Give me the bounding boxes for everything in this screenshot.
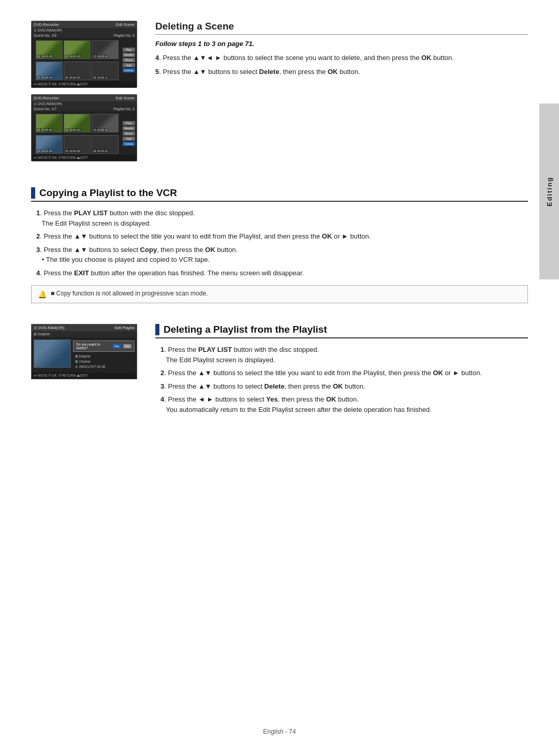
playlist-screenshot: ⊙ DVD-RAM(VR) Edit Playlist ⊠ Dolphin Do…	[31, 324, 140, 418]
playlist-screen-header-left: ⊙ DVD-RAM(VR)	[34, 325, 65, 330]
blue-accent-bar	[31, 187, 35, 199]
dialog-btn-yes[interactable]: Yes	[112, 344, 122, 348]
scene-steps: 4. Press the ▲▼◄ ► buttons to select the…	[155, 53, 528, 77]
dvd1-btn-move: Move	[123, 58, 135, 62]
scene-screenshots: DVD-Recorder Edit Scene ⊙ DVD-RAM(VR) Sc…	[31, 21, 140, 161]
copying-step-1: 1. Press the PLAY LIST button with the d…	[36, 208, 528, 228]
scene-content: Deleting a Scene Follow steps 1 to 3 on …	[155, 21, 528, 161]
playlist-step-1: 1. Press the PLAY LIST button with the d…	[160, 345, 528, 365]
playlist-footer: ⇔ MOVE ® OK ↺ RETURN ⏏EXIT	[34, 374, 88, 378]
copying-title-bar: Copying a Playlist to the VCR	[31, 187, 528, 202]
deleting-playlist-title-bar: Deleting a Playlist from the Playlist	[155, 324, 528, 338]
playlist-step-2: 2. Press the ▲▼ buttons to select the ti…	[160, 368, 528, 378]
editing-tab: Editing	[539, 103, 559, 279]
delete-dialog: Do you want to delete? Yes No	[73, 340, 135, 352]
copying-step-2: 2. Press the ▲▼ buttons to select the ti…	[36, 231, 528, 242]
playlist-large-thumb	[34, 339, 71, 368]
dvd2-header-right: Edit Scene	[116, 96, 135, 100]
copy-note-box: 🔔 ■ Copy function is not allowed in prog…	[31, 285, 528, 303]
copying-step-4: 4. Press the EXIT button after the opera…	[36, 268, 528, 278]
dvd-screen-1: DVD-Recorder Edit Scene ⊙ DVD-RAM(VR) Sc…	[31, 21, 137, 88]
playlist-steps: 1. Press the PLAY LIST button with the d…	[160, 345, 528, 414]
dvd1-thumb6: 06 00:00:11	[92, 62, 119, 80]
playlist-step-3: 3. Press the ▲▼ buttons to select Delete…	[160, 381, 528, 392]
dvd2-btn-modify: Modify	[123, 126, 135, 130]
side-tab-label: Editing	[546, 176, 553, 206]
scene-step-5: 5. Press the ▲▼ buttons to select Delete…	[155, 67, 528, 77]
dvd1-header-right: Edit Scene	[116, 22, 135, 27]
playlist-screen: ⊙ DVD-RAM(VR) Edit Playlist ⊠ Dolphin Do…	[31, 324, 137, 379]
dvd2-btn-delete: Delete	[123, 142, 135, 146]
playlist-item-2: ⊠ 1Scene	[75, 359, 133, 364]
blue-accent-bar-2	[155, 324, 159, 335]
dvd2-playlist: Playlist No. 3	[113, 107, 135, 111]
deleting-scene-title: Deleting a Scene	[155, 21, 528, 35]
dvd1-thumb4: 04 00:00:04	[36, 62, 63, 80]
dvd1-subheader-left: ⊙ DVD-RAM(VR)	[34, 28, 62, 33]
step5-num: 5	[155, 68, 159, 76]
copying-step-3: 3. Press the ▲▼ buttons to select Copy, …	[36, 245, 528, 265]
follow-steps-text: Follow steps 1 to 3 on page 71.	[155, 40, 528, 48]
dvd1-thumb1: 01 00:00:00	[36, 40, 63, 59]
dvd2-thumb5: 05 00:00:00	[64, 135, 91, 154]
playlist-item-3: ⊙ 2001/17/07 01:00	[75, 364, 133, 369]
dvd2-thumb1: 01 00:00:00	[36, 114, 63, 132]
playlist-list: ⊠ Dolphin ⊠ 1Scene ⊙ 2001/17/07 01:00	[73, 353, 135, 370]
dvd1-thumb3: 03 00:00:42	[92, 40, 119, 59]
dvd2-thumb2: 02 00:00:00	[64, 114, 91, 132]
copying-steps: 1. Press the PLAY LIST button with the d…	[36, 208, 528, 278]
footer-text: English - 74	[263, 728, 296, 735]
dvd2-header-left: DVD-Recorder	[34, 96, 59, 100]
dvd2-thumb6: 06 00:00:01	[92, 135, 119, 154]
dvd1-footer: ⇔ MOVE ® OK ↺ RETURN ⏏EXIT	[34, 82, 88, 86]
dvd2-btn-move: Move	[123, 131, 135, 136]
playlist-step-4: 4. Press the ◄ ► buttons to select Yes, …	[160, 394, 528, 414]
dvd1-scene-info: Scene No. 2/8	[34, 34, 56, 37]
dialog-btn-no[interactable]: No	[123, 344, 131, 348]
playlist-title-row: ⊠ Dolphin	[34, 332, 50, 336]
page-footer: English - 74	[31, 718, 528, 735]
dvd1-thumb2: 02 00:00:00	[64, 40, 91, 59]
step4-num: 4	[155, 54, 159, 62]
playlist-info: Do you want to delete? Yes No ⊠ Dolphin …	[73, 339, 135, 370]
dvd1-playlist: Playlist No. 3	[113, 34, 135, 37]
dialog-text: Do you want to delete?	[76, 343, 110, 350]
dvd2-scene-info: Scene No. 2/7	[34, 107, 56, 111]
dvd1-btn-play: Play	[123, 48, 135, 52]
dvd1-thumb5: 05 00:00:00	[64, 62, 91, 80]
copying-playlist-section: Copying a Playlist to the VCR 1. Press t…	[31, 187, 528, 303]
scene-step-4: 4. Press the ▲▼◄ ► buttons to select the…	[155, 53, 528, 63]
deleting-playlist-section: ⊙ DVD-RAM(VR) Edit Playlist ⊠ Dolphin Do…	[31, 324, 528, 418]
note-icon: 🔔	[38, 290, 47, 299]
dvd2-btn-add: Add	[123, 137, 135, 141]
dvd2-footer: ⇔ MOVE ® OK ↺ RETURN ⏏EXIT	[34, 156, 88, 160]
playlist-screen-header-right: Edit Playlist	[114, 325, 135, 330]
playlist-content: Deleting a Playlist from the Playlist 1.…	[155, 324, 528, 418]
dvd1-header-left: DVD-Recorder	[34, 22, 59, 27]
deleting-playlist-title: Deleting a Playlist from the Playlist	[164, 324, 327, 335]
dvd1-btn-delete: Delete	[123, 68, 135, 72]
copying-title: Copying a Playlist to the VCR	[39, 187, 177, 199]
dvd1-btn-add: Add	[123, 63, 135, 67]
dvd1-btn-modify: Modify	[123, 53, 135, 57]
playlist-item-1: ⊠ Dolphin	[75, 354, 133, 359]
copy-note-text: ■ Copy function is not allowed in progre…	[51, 290, 208, 297]
deleting-scene-section: DVD-Recorder Edit Scene ⊙ DVD-RAM(VR) Sc…	[31, 21, 528, 161]
dvd2-thumb3: 03 00:00:42	[92, 114, 119, 132]
dvd-screen-2: DVD-Recorder Edit Scene ⊙ DVD-RAM(VR) Sc…	[31, 94, 137, 161]
dvd2-thumb4: 04 00:00:08	[36, 135, 63, 154]
dvd2-subheader-left: ⊙ DVD-RAM(VR)	[34, 102, 62, 106]
dvd2-btn-play: Play	[123, 121, 135, 125]
